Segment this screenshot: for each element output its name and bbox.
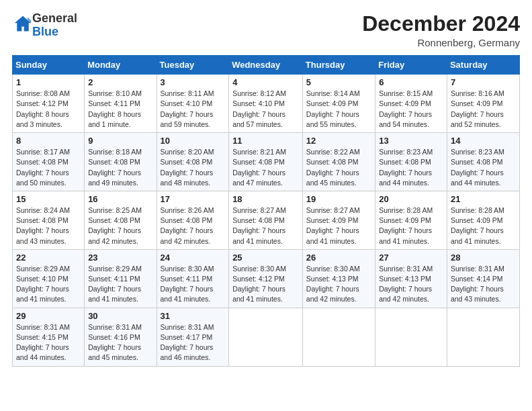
calendar-cell: 9Sunrise: 8:18 AMSunset: 4:08 PMDaylight… — [85, 133, 157, 191]
day-info: Sunrise: 8:17 AMSunset: 4:08 PMDaylight:… — [16, 147, 81, 188]
logo-icon — [13, 15, 32, 34]
sunrise-text: Sunrise: 8:18 AM — [88, 148, 142, 156]
sunrise-text: Sunrise: 8:20 AM — [161, 148, 214, 156]
day-info: Sunrise: 8:25 AMSunset: 4:08 PMDaylight:… — [88, 205, 152, 246]
day-info: Sunrise: 8:20 AMSunset: 4:08 PMDaylight:… — [161, 147, 226, 188]
day-info: Sunrise: 8:23 AMSunset: 4:08 PMDaylight:… — [451, 147, 516, 188]
sunrise-text: Sunrise: 8:31 AM — [161, 323, 214, 331]
calendar-cell: 12Sunrise: 8:22 AMSunset: 4:08 PMDayligh… — [302, 133, 375, 191]
sunrise-text: Sunrise: 8:27 AM — [232, 206, 286, 214]
day-number: 30 — [88, 311, 152, 321]
day-info: Sunrise: 8:11 AMSunset: 4:10 PMDaylight:… — [161, 89, 226, 130]
daylight-text: Daylight: 7 hours — [88, 285, 141, 293]
daylight-text: Daylight: 7 hours — [232, 169, 285, 177]
day-number: 24 — [161, 253, 226, 263]
calendar-cell: 10Sunrise: 8:20 AMSunset: 4:08 PMDayligh… — [157, 133, 229, 191]
daylight-text: Daylight: 7 hours — [161, 110, 214, 118]
sunrise-text: Sunrise: 8:24 AM — [16, 206, 70, 214]
daylight-text: Daylight: 7 hours — [232, 226, 285, 234]
calendar-cell — [302, 308, 375, 366]
calendar-cell: 20Sunrise: 8:28 AMSunset: 4:09 PMDayligh… — [375, 191, 447, 249]
daylight-text-2: and 44 minutes. — [451, 179, 501, 187]
sunrise-text: Sunrise: 8:23 AM — [451, 148, 504, 156]
sunset-text: Sunset: 4:08 PM — [88, 216, 140, 224]
sunset-text: Sunset: 4:17 PM — [161, 333, 213, 341]
day-number: 17 — [161, 194, 226, 204]
daylight-text: Daylight: 7 hours — [161, 285, 214, 293]
day-number: 28 — [451, 253, 516, 263]
sunrise-text: Sunrise: 8:22 AM — [306, 148, 360, 156]
day-info: Sunrise: 8:21 AMSunset: 4:08 PMDaylight:… — [232, 147, 299, 188]
daylight-text-2: and 46 minutes. — [161, 353, 211, 361]
sunset-text: Sunset: 4:08 PM — [88, 158, 140, 166]
day-number: 31 — [161, 311, 226, 321]
sunset-text: Sunset: 4:11 PM — [161, 275, 213, 283]
sunset-text: Sunset: 4:09 PM — [451, 216, 503, 224]
weekday-header: Sunday — [13, 56, 85, 75]
day-number: 26 — [306, 253, 371, 263]
day-info: Sunrise: 8:12 AMSunset: 4:10 PMDaylight:… — [232, 89, 299, 130]
weekday-header: Friday — [375, 56, 447, 75]
day-info: Sunrise: 8:31 AMSunset: 4:15 PMDaylight:… — [16, 322, 81, 363]
header: General Blue December 2024 Ronnenberg, G… — [12, 12, 520, 48]
title-block: December 2024 Ronnenberg, Germany — [362, 12, 520, 48]
sunrise-text: Sunrise: 8:30 AM — [161, 265, 214, 273]
day-info: Sunrise: 8:18 AMSunset: 4:08 PMDaylight:… — [88, 147, 152, 188]
daylight-text-2: and 44 minutes. — [379, 179, 429, 187]
daylight-text-2: and 45 minutes. — [306, 179, 357, 187]
day-number: 3 — [161, 77, 226, 87]
calendar-cell: 8Sunrise: 8:17 AMSunset: 4:08 PMDaylight… — [13, 133, 85, 191]
day-info: Sunrise: 8:15 AMSunset: 4:09 PMDaylight:… — [379, 89, 443, 130]
daylight-text-2: and 41 minutes. — [161, 295, 211, 303]
sunset-text: Sunset: 4:16 PM — [88, 333, 140, 341]
sunset-text: Sunset: 4:08 PM — [232, 158, 285, 166]
calendar-cell: 5Sunrise: 8:14 AMSunset: 4:09 PMDaylight… — [302, 75, 375, 133]
calendar-cell: 16Sunrise: 8:25 AMSunset: 4:08 PMDayligh… — [85, 191, 157, 249]
sunset-text: Sunset: 4:12 PM — [16, 99, 69, 107]
daylight-text-2: and 44 minutes. — [16, 353, 66, 361]
daylight-text: Daylight: 7 hours — [451, 110, 504, 118]
daylight-text: Daylight: 7 hours — [16, 226, 69, 234]
day-info: Sunrise: 8:22 AMSunset: 4:08 PMDaylight:… — [306, 147, 371, 188]
month-title: December 2024 — [362, 12, 520, 36]
daylight-text: Daylight: 7 hours — [379, 110, 432, 118]
daylight-text: Daylight: 8 hours — [16, 110, 69, 118]
sunrise-text: Sunrise: 8:27 AM — [306, 206, 360, 214]
day-number: 1 — [16, 77, 81, 87]
day-number: 6 — [379, 77, 443, 87]
daylight-text: Daylight: 7 hours — [88, 169, 141, 177]
calendar-cell: 14Sunrise: 8:23 AMSunset: 4:08 PMDayligh… — [447, 133, 519, 191]
calendar-cell: 19Sunrise: 8:27 AMSunset: 4:09 PMDayligh… — [302, 191, 375, 249]
day-number: 15 — [16, 194, 81, 204]
sunset-text: Sunset: 4:09 PM — [379, 99, 431, 107]
sunset-text: Sunset: 4:08 PM — [306, 158, 359, 166]
sunrise-text: Sunrise: 8:31 AM — [451, 265, 504, 273]
calendar-cell: 1Sunrise: 8:08 AMSunset: 4:12 PMDaylight… — [13, 75, 85, 133]
logo-general-text: General — [32, 11, 77, 25]
calendar-cell: 3Sunrise: 8:11 AMSunset: 4:10 PMDaylight… — [157, 75, 229, 133]
day-info: Sunrise: 8:31 AMSunset: 4:13 PMDaylight:… — [379, 264, 443, 305]
daylight-text-2: and 59 minutes. — [161, 120, 211, 128]
sunrise-text: Sunrise: 8:17 AM — [16, 148, 70, 156]
calendar-week-row: 22Sunrise: 8:29 AMSunset: 4:10 PMDayligh… — [13, 249, 520, 308]
calendar-week-row: 8Sunrise: 8:17 AMSunset: 4:08 PMDaylight… — [13, 133, 520, 191]
sunrise-text: Sunrise: 8:14 AM — [306, 89, 360, 97]
day-number: 29 — [16, 311, 81, 321]
sunrise-text: Sunrise: 8:12 AM — [232, 89, 286, 97]
daylight-text: Daylight: 7 hours — [451, 226, 504, 234]
weekday-header: Tuesday — [157, 56, 229, 75]
day-info: Sunrise: 8:29 AMSunset: 4:11 PMDaylight:… — [88, 264, 152, 305]
daylight-text-2: and 49 minutes. — [88, 179, 138, 187]
daylight-text: Daylight: 7 hours — [88, 226, 141, 234]
page: General Blue December 2024 Ronnenberg, G… — [0, 0, 532, 411]
sunrise-text: Sunrise: 8:10 AM — [88, 89, 142, 97]
sunrise-text: Sunrise: 8:30 AM — [232, 265, 286, 273]
sunrise-text: Sunrise: 8:11 AM — [161, 89, 214, 97]
calendar-cell: 21Sunrise: 8:28 AMSunset: 4:09 PMDayligh… — [447, 191, 519, 249]
calendar-cell: 26Sunrise: 8:30 AMSunset: 4:13 PMDayligh… — [302, 249, 375, 308]
sunrise-text: Sunrise: 8:26 AM — [161, 206, 214, 214]
daylight-text-2: and 45 minutes. — [88, 353, 138, 361]
sunrise-text: Sunrise: 8:21 AM — [232, 148, 286, 156]
weekday-header: Monday — [85, 56, 157, 75]
day-number: 2 — [88, 77, 152, 87]
